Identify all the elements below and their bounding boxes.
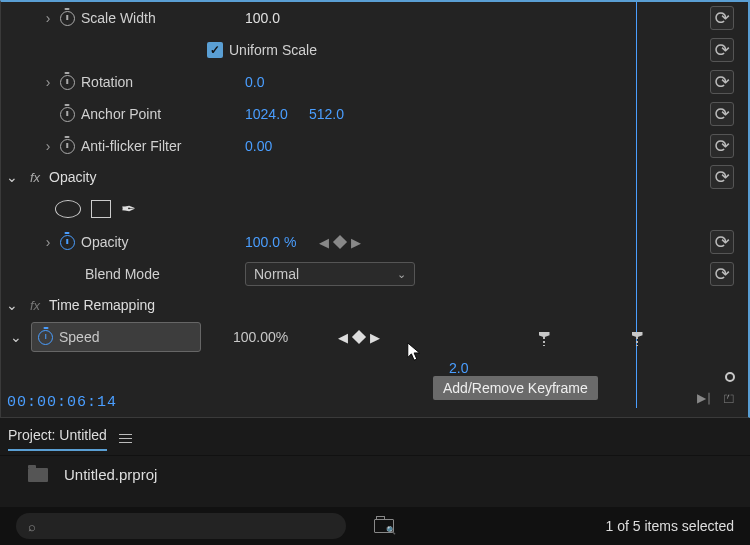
mini-timeline[interactable] (485, 2, 750, 420)
expand-caret-icon[interactable]: › (39, 10, 57, 26)
fx-icon: fx (23, 170, 47, 185)
row-speed[interactable]: Speed (31, 322, 201, 352)
prop-value-anti-flicker[interactable]: 0.00 (237, 138, 301, 154)
stopwatch-icon[interactable] (57, 139, 77, 154)
caret-down-icon[interactable]: ⌄ (1, 329, 31, 345)
keyframe-marker[interactable] (538, 332, 550, 346)
pen-mask-icon[interactable]: ✒ (121, 198, 136, 220)
project-title[interactable]: Project: Untitled (8, 427, 107, 451)
project-panel-header: Project: Untitled (0, 422, 750, 456)
chevron-down-icon: ⌄ (397, 268, 406, 281)
stopwatch-icon[interactable] (57, 235, 77, 250)
section-label: Time Remapping (47, 297, 155, 313)
uniform-scale-label: Uniform Scale (229, 42, 317, 58)
panel-menu-icon[interactable] (119, 434, 132, 444)
stopwatch-icon[interactable] (38, 330, 53, 345)
section-label: Opacity (47, 169, 96, 185)
project-footer: ⌕ 1 of 5 items selected (0, 507, 750, 545)
stopwatch-icon[interactable] (57, 75, 77, 90)
keyframe-handle[interactable] (725, 372, 735, 382)
next-keyframe-icon[interactable]: ▶ (370, 330, 380, 345)
caret-down-icon: ⌄ (1, 297, 23, 313)
add-keyframe-icon[interactable] (333, 235, 347, 249)
selection-info: 1 of 5 items selected (606, 518, 734, 534)
blend-mode-dropdown[interactable]: Normal ⌄ (245, 262, 415, 286)
timecode-display[interactable]: 00:00:06:14 (7, 394, 117, 411)
speed-sub-value: 2.0 (449, 360, 468, 376)
prop-value-anchor-y[interactable]: 512.0 (301, 106, 351, 122)
prop-value-opacity[interactable]: 100.0 % (237, 234, 301, 250)
prop-value-rotation[interactable]: 0.0 (237, 74, 301, 90)
prop-value-speed[interactable]: 100.00% (209, 329, 288, 345)
search-icon: ⌕ (28, 519, 36, 534)
uniform-scale-checkbox[interactable]: ✓ (207, 42, 223, 58)
dropdown-value: Normal (254, 266, 299, 282)
prop-label: Scale Width (77, 10, 237, 26)
caret-down-icon: ⌄ (1, 169, 23, 185)
prop-label: Rotation (77, 74, 237, 90)
expand-caret-icon[interactable]: › (39, 138, 57, 154)
project-search-input[interactable]: ⌕ (16, 513, 346, 539)
expand-caret-icon[interactable]: › (39, 74, 57, 90)
expand-caret-icon[interactable]: › (39, 234, 57, 250)
prop-label: Anti-flicker Filter (77, 138, 237, 154)
keyframe-marker[interactable] (631, 332, 643, 346)
project-bin-icon[interactable] (28, 468, 48, 482)
prev-keyframe-icon[interactable]: ◀ (319, 235, 329, 250)
fx-icon: fx (23, 298, 47, 313)
next-keyframe-icon[interactable]: ▶ (351, 235, 361, 250)
prop-label: Anchor Point (77, 106, 237, 122)
ellipse-mask-icon[interactable] (55, 200, 81, 218)
playhead-line[interactable] (636, 2, 637, 408)
prop-label: Speed (53, 329, 99, 345)
project-body: Untitled.prproj (0, 456, 750, 483)
prop-label: Blend Mode (77, 266, 237, 282)
keyframe-nav: ◀ ▶ (319, 235, 361, 250)
effects-controls-panel: › Scale Width 100.0 ⟲ ✓ Uniform Scale ⟲ … (0, 0, 750, 418)
rectangle-mask-icon[interactable] (91, 200, 111, 218)
new-bin-icon[interactable] (374, 519, 394, 533)
add-remove-keyframe-button[interactable] (352, 330, 366, 344)
project-filename[interactable]: Untitled.prproj (64, 466, 157, 483)
keyframe-nav: ◀ ▶ (338, 330, 380, 345)
prop-value-anchor-x[interactable]: 1024.0 (237, 106, 301, 122)
prop-label: Opacity (77, 234, 237, 250)
prop-value-scale-width[interactable]: 100.0 (237, 10, 301, 26)
stopwatch-icon[interactable] (57, 11, 77, 26)
stopwatch-icon[interactable] (57, 107, 77, 122)
prev-keyframe-icon[interactable]: ◀ (338, 330, 348, 345)
project-panel: Project: Untitled Untitled.prproj ⌕ 1 of… (0, 422, 750, 545)
